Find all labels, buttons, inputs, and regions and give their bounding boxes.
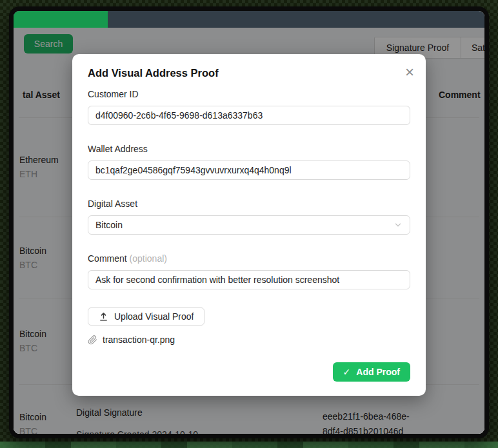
customer-id-field[interactable] — [88, 106, 410, 125]
close-icon[interactable]: × — [405, 64, 414, 80]
check-icon: ✓ — [343, 367, 351, 377]
chevron-down-icon — [393, 220, 403, 229]
paperclip-icon — [88, 335, 97, 345]
modal-title: Add Visual Address Proof — [88, 67, 219, 79]
upload-button-label: Upload Visual Proof — [114, 311, 194, 322]
wallet-address-label: Wallet Address — [88, 144, 410, 154]
wallet-address-field[interactable] — [88, 161, 410, 180]
browser-titlebar — [14, 11, 484, 28]
add-visual-proof-modal: Add Visual Address Proof × Customer ID W… — [72, 54, 426, 396]
desktop-background-strip — [0, 442, 498, 448]
add-proof-button[interactable]: ✓ Add Proof — [333, 362, 410, 382]
comment-optional-hint: (optional) — [130, 253, 167, 264]
digital-asset-label: Digital Asset — [88, 199, 410, 209]
app-window: Search Signature Proof Sato tal Asset Co… — [9, 6, 489, 438]
attachment-filename: transaction-qr.png — [103, 335, 175, 345]
customer-id-label: Customer ID — [88, 89, 410, 99]
browser-active-tab[interactable] — [14, 11, 108, 28]
comment-field[interactable] — [88, 270, 410, 289]
upload-icon — [99, 312, 108, 322]
add-proof-label: Add Proof — [356, 367, 400, 377]
attachment-row[interactable]: transaction-qr.png — [88, 335, 410, 345]
comment-label: Comment — [88, 253, 127, 264]
upload-visual-proof-button[interactable]: Upload Visual Proof — [88, 307, 204, 326]
digital-asset-selected-value: Bitcoin — [95, 220, 123, 230]
digital-asset-select[interactable]: Bitcoin — [88, 215, 410, 235]
